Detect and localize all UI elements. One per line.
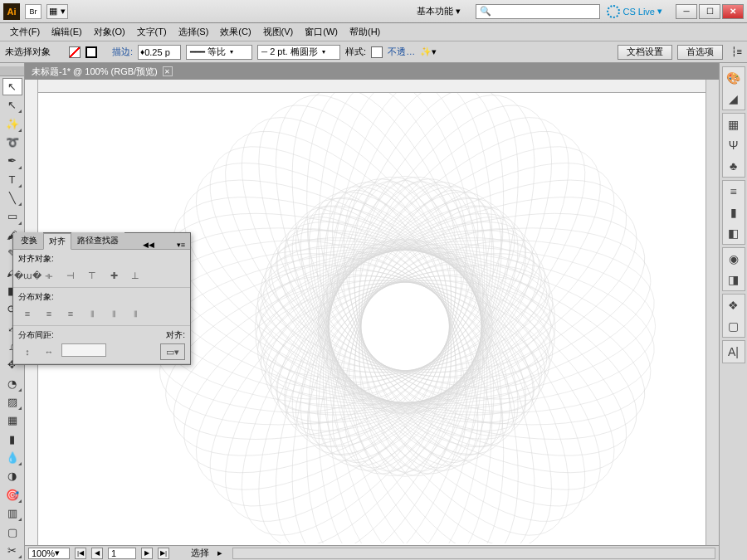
menu-object[interactable]: 对象(O) — [89, 24, 130, 40]
svg-point-8 — [246, 162, 632, 543]
transparency-panel-icon[interactable]: ◧ — [725, 225, 742, 241]
tab-close-icon[interactable]: ✕ — [163, 66, 173, 76]
svg-point-60 — [318, 280, 551, 373]
fill-swatch[interactable] — [69, 46, 81, 58]
opacity-link[interactable]: 不透… — [388, 46, 415, 58]
menu-view[interactable]: 视图(V) — [258, 24, 299, 40]
stroke-swatch[interactable] — [85, 46, 97, 58]
align-to-label: 对齐: — [160, 329, 185, 341]
eyedropper-tool[interactable]: 💧 — [2, 449, 22, 466]
selection-status: 未选择对象 — [5, 46, 51, 58]
maximize-button[interactable]: ☐ — [699, 4, 720, 19]
doc-setup-button[interactable]: 文档设置 — [618, 45, 672, 60]
svg-point-84 — [259, 280, 492, 373]
blend-tool[interactable]: ◑ — [2, 467, 22, 485]
magic-wand-tool[interactable]: ✨ — [2, 114, 22, 132]
artboard-number[interactable]: 1 — [108, 548, 136, 559]
arrange-docs-button[interactable]: ▦ ▾ — [46, 4, 68, 19]
stroke-weight-input[interactable]: ♦ 0.25 p — [138, 45, 181, 60]
scrollbar-horizontal[interactable] — [232, 548, 715, 559]
menubar: 文件(F) 编辑(E) 对象(O) 文字(T) 选择(S) 效果(C) 视图(V… — [0, 23, 747, 41]
perspective-tool[interactable]: ▨ — [2, 393, 22, 411]
align-to-dd[interactable]: ▭▾ — [160, 343, 185, 360]
document-tab[interactable]: 未标题-1* @ 100% (RGB/预览) ✕ — [25, 63, 719, 80]
first-artboard-button[interactable]: |◀ — [75, 548, 86, 559]
dist-hcenter-icon[interactable]: ⦀ — [105, 305, 123, 322]
swatches-panel-icon[interactable]: ▦ — [725, 116, 742, 133]
tab-transform[interactable]: 变换 — [15, 232, 43, 249]
next-artboard-button[interactable]: ▶ — [141, 548, 153, 559]
ruler-horizontal[interactable] — [38, 80, 706, 93]
wand-icon[interactable]: ✨▾ — [420, 46, 437, 57]
graph-tool[interactable]: ▥ — [2, 504, 22, 522]
dist-right-icon[interactable]: ⦀ — [126, 305, 144, 322]
align-right-icon[interactable]: ⊣ — [61, 267, 80, 284]
align-bottom-icon[interactable]: ⊥ — [126, 267, 144, 284]
align-hcenter-icon[interactable]: ⟛ — [40, 267, 58, 284]
menu-help[interactable]: 帮助(H) — [344, 24, 385, 40]
search-input[interactable]: 🔍 — [476, 4, 600, 19]
prev-artboard-button[interactable]: ◀ — [91, 548, 103, 559]
spacing-input[interactable] — [61, 343, 106, 357]
svg-point-96 — [359, 181, 452, 414]
artboard-tool[interactable]: ▢ — [2, 523, 22, 540]
workspace-switcher[interactable]: 基本功能 ▾ — [408, 3, 469, 19]
menu-window[interactable]: 窗口(W) — [300, 24, 343, 40]
appearance-panel-icon[interactable]: ◉ — [725, 251, 742, 267]
slice-tool[interactable]: ✂ — [2, 542, 22, 559]
brushes-panel-icon[interactable]: Ψ — [725, 137, 742, 153]
menu-select[interactable]: 选择(S) — [173, 24, 214, 40]
tab-pathfinder[interactable]: 路径查找器 — [71, 232, 124, 249]
dist-left-icon[interactable]: ⦀ — [83, 305, 101, 322]
graphic-styles-panel-icon[interactable]: ◨ — [725, 271, 742, 288]
stroke-label[interactable]: 描边: — [112, 46, 133, 58]
menu-file[interactable]: 文件(F) — [5, 24, 45, 40]
style-swatch[interactable] — [371, 46, 383, 58]
dist-bottom-icon[interactable]: ≡ — [61, 305, 80, 322]
menu-type[interactable]: 文字(T) — [132, 24, 172, 40]
bridge-icon[interactable]: Br — [25, 4, 42, 19]
symbols-panel-icon[interactable]: ♣ — [725, 158, 742, 174]
panel-menu-icon[interactable]: ▾≡ — [173, 241, 188, 249]
type-tool[interactable]: T — [2, 171, 22, 188]
gradient-panel-icon[interactable]: ▮ — [725, 204, 742, 221]
character-panel-icon[interactable]: A| — [725, 343, 742, 360]
brush-dd[interactable]: ─ 2 pt. 椭圆形 — [257, 45, 340, 60]
dist-vcenter-icon[interactable]: ≡ — [40, 305, 58, 322]
scrollbar-vertical[interactable] — [706, 80, 719, 545]
cslive-link[interactable]: CS Live ▾ — [607, 5, 662, 18]
selection-tool[interactable]: ↖ — [2, 78, 22, 95]
dist-top-icon[interactable]: ≡ — [18, 305, 37, 322]
stroke-panel-icon[interactable]: ≡ — [725, 183, 742, 200]
direct-selection-tool[interactable]: ↖ — [2, 96, 22, 114]
line-tool[interactable]: ╲ — [2, 189, 22, 207]
stroke-profile-dd[interactable]: ━━━ 等比 — [186, 45, 252, 60]
layers-panel-icon[interactable]: ❖ — [725, 297, 742, 314]
gradient-tool[interactable]: ▮ — [2, 431, 22, 448]
panel-collapse-icon[interactable]: ◀◀ — [139, 241, 158, 249]
mesh-tool[interactable]: ▦ — [2, 411, 22, 429]
last-artboard-button[interactable]: ▶| — [158, 548, 169, 559]
minimize-button[interactable]: ─ — [676, 4, 697, 19]
control-menu-icon[interactable]: ┆≡ — [731, 46, 742, 57]
menu-effect[interactable]: 效果(C) — [215, 24, 256, 40]
shape-builder-tool[interactable]: ◔ — [2, 374, 22, 392]
color-panel-icon[interactable]: 🎨 — [725, 70, 742, 86]
align-top-icon[interactable]: ⊤ — [83, 267, 101, 284]
dist-space-v-icon[interactable]: ↕ — [18, 343, 37, 360]
menu-edit[interactable]: 编辑(E) — [46, 24, 87, 40]
artboards-panel-icon[interactable]: ▢ — [725, 318, 742, 334]
rectangle-tool[interactable]: ▭ — [2, 207, 22, 225]
tab-align[interactable]: 对齐 — [43, 233, 71, 250]
align-vcenter-icon[interactable]: ✚ — [105, 267, 123, 284]
pen-tool[interactable]: ✒ — [2, 152, 22, 169]
zoom-input[interactable]: 100% ▾ — [28, 548, 70, 559]
dist-space-h-icon[interactable]: ↔ — [40, 343, 58, 360]
close-button[interactable]: ✕ — [722, 4, 744, 19]
align-objects-label: 对齐对象: — [18, 253, 185, 265]
symbol-sprayer-tool[interactable]: 🎯 — [2, 486, 22, 504]
color-guide-panel-icon[interactable]: ◢ — [725, 90, 742, 107]
prefs-button[interactable]: 首选项 — [677, 45, 723, 60]
lasso-tool[interactable]: ➰ — [2, 134, 22, 151]
align-left-icon[interactable]: �ա� — [18, 267, 37, 284]
